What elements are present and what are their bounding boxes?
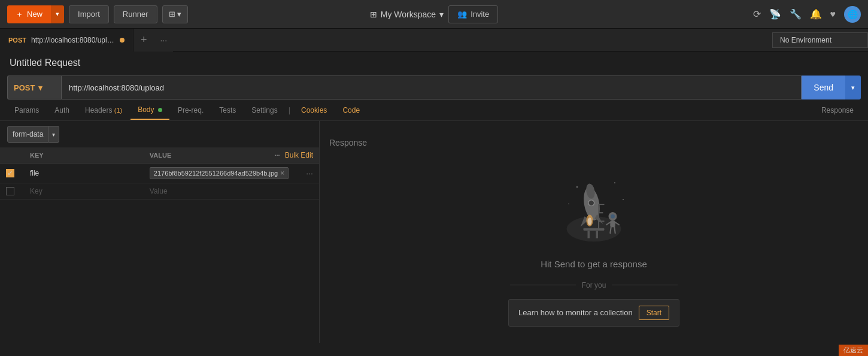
method-dropdown-icon: ▾ (38, 83, 43, 92)
nav-center: ⊞ My Workspace ▾ 👥 Invite (370, 5, 498, 23)
watermark: 亿速云 (839, 345, 868, 356)
avatar[interactable]: 🌐 (844, 6, 861, 23)
svg-rect-12 (610, 221, 615, 227)
layout-button[interactable]: ⊞ ▾ (162, 5, 189, 23)
person-icon: 👥 (457, 10, 467, 19)
tab-url: http://localhost:8080/upload (31, 36, 115, 44)
file-remove-button[interactable]: × (280, 169, 284, 177)
svg-rect-10 (596, 230, 599, 238)
send-button[interactable]: Send (802, 76, 845, 99)
tab-body[interactable]: Body (130, 101, 169, 120)
row-key-cell[interactable]: file (24, 164, 144, 183)
start-button[interactable]: Start (639, 306, 669, 320)
heart-icon[interactable]: ♥ (830, 9, 836, 20)
monitor-card: Learn how to monitor a collection Start (508, 299, 679, 327)
th-key: KEY (24, 147, 144, 164)
divider-line-left (510, 285, 576, 285)
wrench-icon[interactable]: 🔧 (790, 8, 802, 20)
satellite-icon[interactable]: 📡 (769, 8, 781, 20)
row-value-cell: 2176bf8b59212f2551266d94ad529b4b.jpg × ·… (144, 164, 319, 183)
tab-headers[interactable]: Headers (1) (78, 101, 129, 119)
divider: | (286, 105, 293, 114)
placeholder-checkbox (6, 187, 14, 195)
svg-line-15 (610, 227, 611, 233)
workspace-button[interactable]: ⊞ My Workspace ▾ (370, 10, 444, 19)
grid-icon: ⊞ (370, 10, 377, 19)
no-environment-selector[interactable]: No Environment (772, 32, 868, 48)
svg-rect-25 (598, 221, 605, 222)
body-type-bar: form-data ▾ (0, 121, 319, 147)
import-button[interactable]: Import (69, 5, 109, 23)
tab-cookies[interactable]: Cookies (294, 101, 334, 119)
body-type-dropdown-button[interactable]: ▾ (48, 126, 59, 143)
svg-rect-23 (598, 204, 605, 205)
svg-rect-22 (598, 204, 599, 229)
svg-point-3 (588, 200, 594, 206)
placeholder-key-cell[interactable]: Key (24, 183, 144, 200)
send-dropdown-button[interactable]: ▾ (845, 76, 861, 99)
placeholder-key-text: Key (30, 187, 43, 195)
hit-send-text: Hit Send to get a response (541, 259, 647, 269)
rocket-illustration (552, 169, 636, 247)
tab-params[interactable]: Params (7, 101, 46, 119)
for-you-label: For you (582, 281, 606, 289)
method-label: POST (14, 83, 35, 92)
svg-line-16 (614, 227, 615, 233)
table-placeholder-row: Key Value (0, 183, 319, 200)
svg-rect-24 (598, 212, 603, 213)
placeholder-value-text: Value (150, 187, 168, 195)
body-active-dot (158, 108, 162, 112)
row-more-icon[interactable]: ··· (306, 168, 313, 178)
svg-rect-9 (588, 230, 590, 238)
th-checkbox (0, 147, 24, 164)
th-value: VALUE ··· Bulk Edit (144, 147, 319, 164)
invite-label: Invite (471, 10, 489, 19)
new-button-group: ＋ New ▾ (7, 5, 64, 23)
bell-icon[interactable]: 🔔 (810, 8, 822, 20)
right-panel: Response (320, 121, 868, 343)
table-row: ✓ file 2176bf8b59212f2551266d94ad529b4b.… (0, 164, 319, 183)
tab-more-button[interactable]: ··· (154, 29, 173, 52)
new-dropdown-button[interactable]: ▾ (51, 5, 64, 23)
request-title: Untitled Request (0, 52, 868, 72)
row-key-value: file (30, 169, 39, 177)
tab-add-button[interactable]: + (133, 29, 154, 52)
row-checkbox[interactable]: ✓ (6, 169, 14, 177)
placeholder-value-cell[interactable]: Value (144, 183, 319, 200)
runner-button[interactable]: Runner (114, 5, 157, 23)
request-tab[interactable]: POST http://localhost:8080/upload (0, 29, 133, 52)
bulk-edit-button[interactable]: Bulk Edit (285, 151, 313, 159)
th-more-icon[interactable]: ··· (274, 152, 280, 159)
workspace-label: My Workspace (381, 10, 436, 19)
response-label: Response (320, 133, 868, 152)
sync-icon[interactable]: ⟳ (753, 8, 761, 20)
monitor-link[interactable]: Learn how to monitor a collection (518, 308, 633, 317)
tab-settings[interactable]: Settings (244, 101, 284, 119)
tab-code[interactable]: Code (335, 101, 367, 119)
divider-line-right (612, 285, 678, 285)
url-input[interactable] (61, 76, 802, 99)
file-tag: 2176bf8b59212f2551266d94ad529b4b.jpg × (150, 167, 289, 179)
tab-response[interactable]: Response (814, 101, 861, 119)
svg-point-7 (588, 218, 592, 225)
right-panel-inner: Response (320, 133, 868, 343)
row-checkbox-cell: ✓ (0, 164, 24, 183)
tab-method: POST (8, 37, 26, 44)
svg-point-21 (568, 203, 569, 204)
body-type-selector[interactable]: form-data (7, 126, 48, 143)
method-selector[interactable]: POST ▾ (7, 76, 61, 99)
invite-button[interactable]: 👥 Invite (448, 5, 498, 23)
svg-point-20 (623, 198, 624, 200)
tab-prereq[interactable]: Pre-req. (171, 101, 211, 119)
new-main-button[interactable]: ＋ New (7, 5, 51, 23)
response-area: Hit Send to get a response For you Learn… (320, 152, 868, 343)
tabs-bar: POST http://localhost:8080/upload + ··· … (0, 29, 868, 52)
chevron-down-icon: ▾ (439, 10, 444, 19)
form-data-table-container: KEY VALUE ··· Bulk Edit (0, 147, 319, 343)
tab-auth[interactable]: Auth (47, 101, 77, 119)
svg-point-17 (611, 214, 615, 218)
file-name: 2176bf8b59212f2551266d94ad529b4b.jpg (154, 170, 278, 177)
svg-rect-8 (584, 228, 605, 230)
new-label: New (27, 10, 43, 19)
tab-tests[interactable]: Tests (212, 101, 243, 119)
